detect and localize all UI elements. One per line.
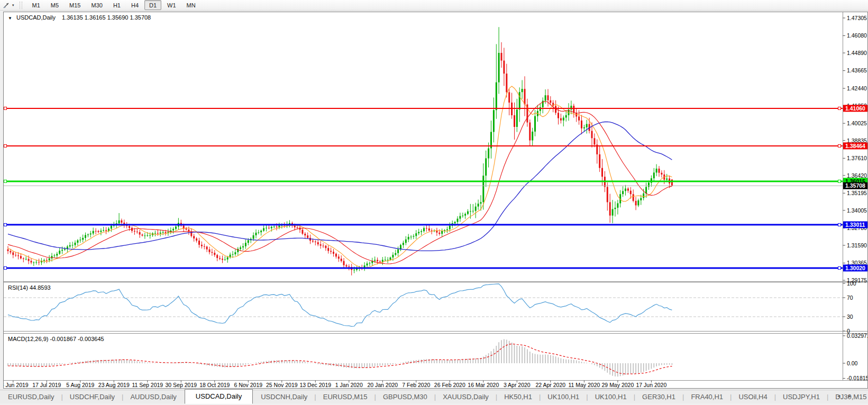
timeframe-button-h4[interactable]: H4 bbox=[126, 0, 143, 10]
timeframe-button-mn[interactable]: MN bbox=[182, 0, 200, 10]
tab-usoil-h4[interactable]: USOil,H4 bbox=[730, 391, 775, 402]
tab-scroll-right-icon[interactable]: ► bbox=[847, 393, 852, 399]
svg-text:1 Jan 2020: 1 Jan 2020 bbox=[335, 382, 363, 388]
svg-text:1.40025: 1.40025 bbox=[847, 120, 867, 126]
toolbar-grip bbox=[20, 2, 22, 9]
svg-text:1.44890: 1.44890 bbox=[847, 50, 867, 56]
tab-scroll-left-icon[interactable]: ◄ bbox=[836, 393, 841, 399]
svg-text:1.35708: 1.35708 bbox=[845, 182, 865, 189]
svg-text:6 Nov 2019: 6 Nov 2019 bbox=[234, 382, 262, 388]
chart-tabs: EURUSD,Daily|USDCHF,Daily|AUDUSD,DailyUS… bbox=[0, 390, 868, 403]
tab-eurusd-m15[interactable]: EURUSD,M15 bbox=[315, 391, 376, 402]
timeframe-button-w1[interactable]: W1 bbox=[162, 0, 181, 10]
svg-text:1.46080: 1.46080 bbox=[847, 32, 867, 39]
rsi-indicator-label: RSI(14) 44.8593 bbox=[8, 284, 51, 291]
tab-uk100-h1[interactable]: UK100,H1 bbox=[587, 391, 635, 402]
svg-text:11 Sep 2019: 11 Sep 2019 bbox=[132, 382, 163, 388]
svg-text:23 Aug 2019: 23 Aug 2019 bbox=[98, 382, 130, 388]
svg-text:1.33011: 1.33011 bbox=[845, 222, 865, 228]
svg-text:1.37610: 1.37610 bbox=[847, 155, 867, 161]
svg-text:1.42440: 1.42440 bbox=[847, 85, 867, 91]
svg-text:11 May 2020: 11 May 2020 bbox=[568, 382, 600, 388]
chart-symbol-label: USDCAD,Daily bbox=[16, 14, 56, 21]
tab-usdjpy-h1[interactable]: USDJPY,H1 bbox=[775, 391, 828, 402]
tab-uk100-h1[interactable]: UK100,H1 bbox=[540, 391, 587, 402]
svg-text:0.00: 0.00 bbox=[847, 360, 858, 366]
svg-text:20 Jan 2020: 20 Jan 2020 bbox=[367, 382, 398, 388]
svg-text:26 Feb 2020: 26 Feb 2020 bbox=[434, 382, 465, 388]
svg-text:1.47305: 1.47305 bbox=[847, 15, 867, 21]
chart-tab-bar: EURUSD,Daily|USDCHF,Daily|AUDUSD,DailyUS… bbox=[0, 390, 868, 403]
chart-canvas[interactable]: 1.473051.460801.448901.436651.424401.412… bbox=[4, 12, 867, 388]
svg-text:1.30020: 1.30020 bbox=[845, 265, 865, 271]
tab-eurusd-daily[interactable]: EURUSD,Daily bbox=[0, 391, 62, 402]
chart-ohlc-values: 1.36135 1.36165 1.35690 1.35708 bbox=[62, 14, 151, 21]
timeframe-buttons: M1M5M15M30H1H4D1W1MN bbox=[27, 0, 201, 10]
timeframe-button-d1[interactable]: D1 bbox=[144, 0, 161, 10]
svg-text:-0.018154: -0.018154 bbox=[847, 375, 867, 381]
tab-audusd-daily[interactable]: AUDUSD,Daily bbox=[122, 391, 184, 402]
svg-text:1.35195: 1.35195 bbox=[847, 190, 867, 196]
svg-text:0.032972: 0.032972 bbox=[847, 333, 867, 339]
svg-text:22 Apr 2020: 22 Apr 2020 bbox=[535, 382, 565, 388]
svg-text:7 Feb 2020: 7 Feb 2020 bbox=[402, 382, 430, 388]
chevron-down-icon: ▾ bbox=[12, 3, 14, 7]
symbol-dropdown-icon[interactable]: ▼ bbox=[8, 16, 12, 21]
tab-gbpusd-m30[interactable]: GBPUSD,M30 bbox=[375, 391, 435, 402]
svg-text:29 May 2020: 29 May 2020 bbox=[602, 382, 634, 388]
svg-text:5 Aug 2019: 5 Aug 2019 bbox=[66, 382, 94, 388]
top-toolbar: ▾ M1M5M15M30H1H4D1W1MN bbox=[0, 0, 868, 11]
svg-text:30: 30 bbox=[847, 314, 853, 320]
timeframe-button-m30[interactable]: M30 bbox=[86, 0, 107, 10]
svg-text:1.34005: 1.34005 bbox=[847, 207, 867, 214]
svg-text:25 Nov 2019: 25 Nov 2019 bbox=[266, 382, 298, 388]
svg-text:18 Oct 2019: 18 Oct 2019 bbox=[199, 382, 230, 388]
svg-text:16 Mar 2020: 16 Mar 2020 bbox=[468, 382, 499, 388]
timeframe-button-m5[interactable]: M5 bbox=[46, 0, 63, 10]
tab-ger30-h1[interactable]: GER30,H1 bbox=[634, 391, 683, 402]
svg-text:1.41060: 1.41060 bbox=[845, 105, 865, 112]
tab-usdchf-daily[interactable]: USDCHF,Daily bbox=[62, 391, 123, 402]
tab-usdcnh-daily[interactable]: USDCNH,Daily bbox=[253, 391, 315, 402]
svg-text:1.31590: 1.31590 bbox=[847, 242, 867, 248]
tab-usdcad-daily[interactable]: USDCAD,Daily bbox=[185, 389, 253, 404]
svg-text:17 Jun 2020: 17 Jun 2020 bbox=[636, 382, 666, 388]
tab-hk50-h1[interactable]: HK50,H1 bbox=[496, 391, 540, 402]
svg-text:1.43665: 1.43665 bbox=[847, 67, 867, 73]
timeframe-button-h1[interactable]: H1 bbox=[108, 0, 125, 10]
svg-text:13 Dec 2019: 13 Dec 2019 bbox=[300, 382, 332, 388]
tab-xauusd-daily[interactable]: XAUUSD,Daily bbox=[435, 391, 497, 402]
svg-text:100: 100 bbox=[847, 280, 856, 287]
chart-window: 1.473051.460801.448901.436651.424401.412… bbox=[3, 12, 868, 389]
svg-text:1.38464: 1.38464 bbox=[845, 143, 865, 149]
svg-text:28 Jun 2019: 28 Jun 2019 bbox=[4, 382, 29, 388]
svg-text:17 Jul 2019: 17 Jul 2019 bbox=[32, 382, 61, 388]
tab-fra40-h1[interactable]: FRA40,H1 bbox=[683, 391, 731, 402]
svg-text:70: 70 bbox=[847, 294, 853, 301]
timeframe-button-m1[interactable]: M1 bbox=[28, 0, 45, 10]
timeframe-button-m15[interactable]: M15 bbox=[65, 0, 85, 10]
chart-title: ▼ USDCAD,Daily 1.36135 1.36165 1.35690 1… bbox=[8, 14, 151, 21]
macd-indicator-label: MACD(12,26,9) -0.001867 -0.003645 bbox=[8, 336, 104, 342]
chart-tools-button[interactable]: ▾ bbox=[2, 1, 14, 10]
svg-text:30 Sep 2019: 30 Sep 2019 bbox=[166, 382, 197, 388]
svg-text:3 Apr 2020: 3 Apr 2020 bbox=[504, 382, 531, 388]
chart-cursor-icon bbox=[2, 1, 11, 10]
